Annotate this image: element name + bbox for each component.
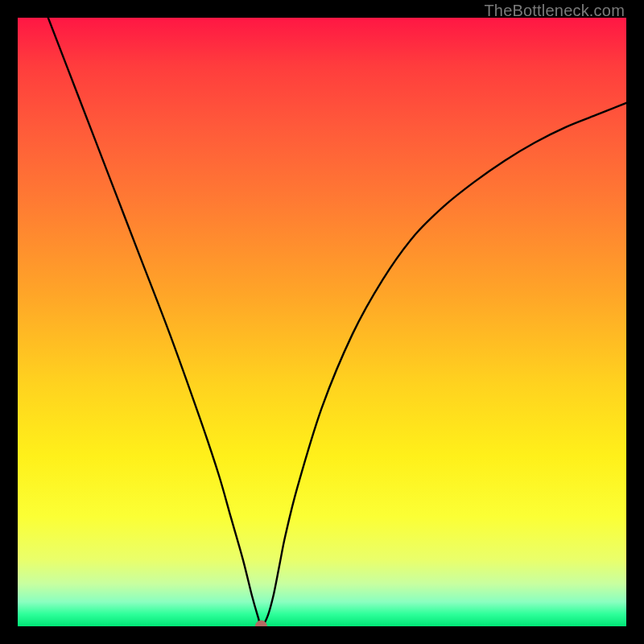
- bottleneck-curve: [48, 18, 626, 626]
- plot-area: [18, 18, 626, 626]
- curve-svg: [18, 18, 626, 626]
- watermark-text: TheBottleneck.com: [484, 2, 625, 20]
- chart-frame: TheBottleneck.com: [0, 0, 644, 644]
